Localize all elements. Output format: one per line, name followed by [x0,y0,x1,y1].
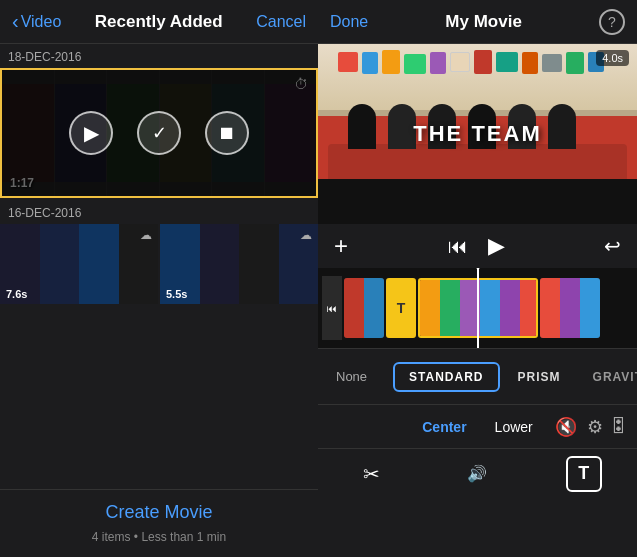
movie-title: My Movie [445,12,522,32]
cloud-icon-1: ☁ [140,228,152,242]
small-videos-row: 7.6s ☁ 5.5s ☁ [0,224,318,304]
volume-mute-icon[interactable]: 🔇 [555,416,577,438]
back-button[interactable]: ‹ Video [12,10,61,33]
settings-icon[interactable]: ⚙ [587,416,603,438]
skip-back-button[interactable]: ⏮ [448,233,468,259]
track-start-marker: ⏮ [322,276,342,340]
media-grid: 18-DEC-2016 [0,44,318,489]
video-duration-2: 7.6s [6,288,27,300]
video-item-2[interactable]: 7.6s ☁ [0,224,158,304]
play-pause-button[interactable]: ▶ [488,233,505,259]
video-controls-overlay: ▶ ✓ ⏹ [2,70,316,196]
track-clip-3[interactable] [540,278,600,338]
text-button[interactable]: T [562,452,606,496]
right-panel: Done My Movie ? [318,0,637,557]
video-item-3[interactable]: 5.5s ☁ [160,224,318,304]
preview-floor [318,179,637,224]
position-center-button[interactable]: Center [414,415,474,439]
done-button[interactable]: Done [330,13,368,31]
cancel-button[interactable]: Cancel [256,13,306,31]
right-header: Done My Movie ? [318,0,637,44]
video-duration-3: 5.5s [166,288,187,300]
date-label-1: 18-DEC-2016 [0,44,318,68]
undo-button[interactable]: ↩ [604,234,621,258]
left-footer: Create Movie 4 items • Less than 1 min [0,489,318,557]
playhead [477,268,479,348]
bottom-toolbar: 🔊 T [318,448,637,498]
style-standard-selected[interactable]: STANDARD [393,362,499,392]
text-t-icon: T [566,456,602,492]
back-label: Video [21,13,62,31]
timeline-controls: ⏮ ▶ [448,233,505,259]
title-t-label: T [397,300,406,316]
page-title: Recently Added [95,12,223,32]
style-selector: None STANDARD STANDARD PRISM GRAVITY [318,348,637,404]
preview-title-overlay: THE TEAM [413,121,541,147]
help-button[interactable]: ? [599,9,625,35]
position-lower-button[interactable]: Lower [487,415,541,439]
track-clip-1[interactable] [344,278,384,338]
style-gravity-option[interactable]: GRAVITY [579,364,637,390]
style-prism-option[interactable]: PRISM [504,364,575,390]
text-position-bar: Center Lower 🔇 ⚙ 🎛 [318,404,637,448]
timeline-toolbar: + ⏮ ▶ ↩ [318,224,637,268]
footer-info: 4 items • Less than 1 min [92,530,226,544]
left-header: ‹ Video Recently Added Cancel [0,0,318,44]
volume-button[interactable]: 🔊 [455,452,499,496]
tune-icon[interactable]: 🎛 [609,416,627,437]
left-panel: ‹ Video Recently Added Cancel 18-DEC-201… [0,0,318,557]
scissors-icon [363,462,380,486]
video-preview: THE TEAM 4.0s [318,44,637,224]
volume-icon: 🔊 [467,464,487,483]
preview-duration-badge: 4.0s [596,50,629,66]
video-item-1[interactable]: 1:17 ⏱ ▶ ✓ ⏹ [0,68,318,198]
scissors-button[interactable] [349,452,393,496]
timeline-track-container[interactable]: ⏮ T [318,268,637,348]
checkmark-button[interactable]: ✓ [137,111,181,155]
chevron-left-icon: ‹ [12,10,19,33]
cloud-icon-2: ☁ [300,228,312,242]
style-none-option[interactable]: None [326,369,377,384]
create-movie-button[interactable]: Create Movie [12,502,306,523]
track-title-clip[interactable]: T [386,278,416,338]
add-clip-button[interactable]: + [334,232,348,260]
play-button[interactable]: ▶ [69,111,113,155]
stop-button[interactable]: ⏹ [205,111,249,155]
date-label-2: 16-DEC-2016 [0,200,318,224]
